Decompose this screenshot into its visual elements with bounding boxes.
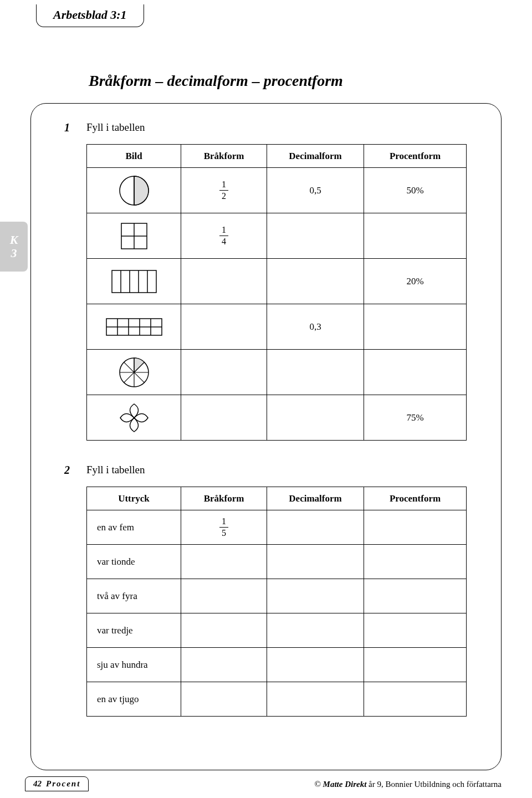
decimal-cell[interactable]	[267, 510, 364, 545]
percent-cell[interactable]	[364, 213, 467, 259]
expression-cell: en av tjugo	[87, 682, 181, 717]
page-number: 42	[33, 779, 42, 789]
side-tab-line2: 3	[11, 247, 17, 260]
col-header: Decimalform	[267, 487, 364, 510]
fraction-cell[interactable]	[181, 259, 267, 304]
decimal-cell[interactable]	[267, 579, 364, 613]
copyright-text: © Matte Direkt år 9, Bonnier Utbildning …	[314, 780, 502, 789]
fraction-cell[interactable]: 14	[181, 213, 267, 259]
decimal-cell[interactable]	[267, 395, 364, 441]
table-row: 20%	[87, 259, 467, 304]
table-row: 0,3	[87, 304, 467, 350]
table-row: sju av hundra	[87, 648, 467, 682]
table-row: 12 0,5 50%	[87, 168, 467, 213]
table-1: Bild Bråkform Decimalform Procentform 12	[86, 144, 467, 441]
decimal-cell[interactable]	[267, 648, 364, 682]
percent-cell[interactable]	[364, 510, 467, 545]
image-cell	[87, 259, 181, 304]
table-row: en av tjugo	[87, 682, 467, 717]
decimal-cell[interactable]	[267, 259, 364, 304]
table-row: två av fyra	[87, 579, 467, 613]
quarter-square-icon	[118, 220, 150, 252]
decimal-cell[interactable]	[267, 545, 364, 579]
eighths-circle-icon	[118, 356, 150, 388]
exercise-1: 1 Fyll i tabellen Bild Bråkform Decimalf…	[64, 120, 479, 441]
percent-cell[interactable]	[364, 350, 467, 395]
decimal-cell[interactable]	[267, 613, 364, 648]
col-header: Procentform	[364, 145, 467, 168]
footer: 42 Procent © Matte Direkt år 9, Bonnier …	[0, 775, 532, 791]
four-petal-icon	[118, 402, 150, 434]
image-cell	[87, 168, 181, 213]
fraction-cell[interactable]	[181, 304, 267, 350]
tenths-grid-icon	[104, 316, 165, 338]
table-row: 14	[87, 213, 467, 259]
copyright-symbol: ©	[314, 780, 323, 789]
expression-cell: var tionde	[87, 545, 181, 579]
page-number-tab: 42 Procent	[25, 776, 89, 791]
svg-rect-5	[112, 270, 156, 293]
fraction-cell[interactable]	[181, 648, 267, 682]
fraction-cell[interactable]	[181, 395, 267, 441]
fraction-cell[interactable]	[181, 579, 267, 613]
percent-cell[interactable]	[364, 613, 467, 648]
decimal-cell[interactable]	[267, 682, 364, 717]
percent-cell[interactable]: 20%	[364, 259, 467, 304]
decimal-cell[interactable]: 0,5	[267, 168, 364, 213]
col-header: Bråkform	[181, 145, 267, 168]
table-row: 75%	[87, 395, 467, 441]
decimal-cell[interactable]: 0,3	[267, 304, 364, 350]
fraction-cell[interactable]	[181, 545, 267, 579]
chapter-side-tab: K 3	[0, 222, 28, 272]
expression-cell: sju av hundra	[87, 648, 181, 682]
table-header-row: Uttryck Bråkform Decimalform Procentform	[87, 487, 467, 510]
percent-cell[interactable]	[364, 682, 467, 717]
expression-cell: en av fem	[87, 510, 181, 545]
table-header-row: Bild Bråkform Decimalform Procentform	[87, 145, 467, 168]
col-header: Bråkform	[181, 487, 267, 510]
side-tab-line1: K	[10, 233, 18, 247]
fraction-cell[interactable]	[181, 613, 267, 648]
col-header: Procentform	[364, 487, 467, 510]
percent-cell[interactable]	[364, 648, 467, 682]
table-row: en av fem 15	[87, 510, 467, 545]
exercise-number: 1	[64, 120, 86, 134]
image-cell	[87, 304, 181, 350]
copyright-details: år 9, Bonnier Utbildning och författarna	[366, 780, 502, 789]
exercise-2: 2 Fyll i tabellen Uttryck Bråkform Decim…	[64, 463, 479, 717]
exercise-instruction: Fyll i tabellen	[86, 120, 145, 134]
decimal-cell[interactable]	[267, 213, 364, 259]
exercise-instruction: Fyll i tabellen	[86, 463, 145, 476]
percent-cell[interactable]: 50%	[364, 168, 467, 213]
table-row: var tredje	[87, 613, 467, 648]
exercise-number: 2	[64, 463, 86, 477]
book-title: Matte Direkt	[323, 780, 367, 789]
decimal-cell[interactable]	[267, 350, 364, 395]
half-circle-icon	[118, 175, 150, 207]
image-cell	[87, 350, 181, 395]
percent-cell[interactable]	[364, 304, 467, 350]
fraction-cell[interactable]: 15	[181, 510, 267, 545]
content-frame: 1 Fyll i tabellen Bild Bråkform Decimalf…	[30, 103, 502, 770]
section-name: Procent	[46, 779, 80, 789]
expression-cell: var tredje	[87, 613, 181, 648]
expression-cell: två av fyra	[87, 579, 181, 613]
image-cell	[87, 213, 181, 259]
percent-cell[interactable]	[364, 545, 467, 579]
table-2: Uttryck Bråkform Decimalform Procentform…	[86, 487, 467, 717]
col-header: Decimalform	[267, 145, 364, 168]
fraction-cell[interactable]: 12	[181, 168, 267, 213]
image-cell	[87, 395, 181, 441]
col-header: Bild	[87, 145, 181, 168]
fifths-rect-icon	[109, 268, 159, 295]
fraction-cell[interactable]	[181, 350, 267, 395]
percent-cell[interactable]: 75%	[364, 395, 467, 441]
table-row: var tionde	[87, 545, 467, 579]
table-row	[87, 350, 467, 395]
col-header: Uttryck	[87, 487, 181, 510]
page-title: Bråkform – decimalform – procentform	[89, 72, 343, 90]
fraction-cell[interactable]	[181, 682, 267, 717]
worksheet-header-tab: Arbetsblad 3:1	[36, 4, 144, 27]
percent-cell[interactable]	[364, 579, 467, 613]
